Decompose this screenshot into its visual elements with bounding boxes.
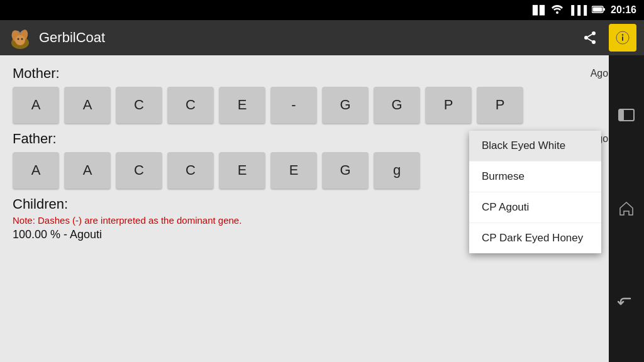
signal-bars-icon: ▐▐▐ (568, 5, 587, 15)
app-bar: GerbilCoat (0, 20, 644, 55)
svg-line-14 (588, 35, 592, 37)
svg-point-10 (592, 31, 596, 35)
nav-home-btn[interactable] (613, 195, 640, 222)
father-gene-btn-1[interactable]: A (64, 152, 111, 189)
mother-gene-btn-2[interactable]: C (116, 87, 162, 123)
svg-rect-3 (593, 7, 602, 11)
app-title: GerbilCoat (39, 30, 576, 46)
father-gene-btn-2[interactable]: C (116, 152, 162, 189)
info-button[interactable] (609, 24, 636, 52)
mother-row: Mother: Agouti (13, 65, 631, 82)
svg-point-7 (15, 35, 25, 45)
main-content: Mother: Agouti AACCE-GGPP Father: Agouti… (0, 55, 644, 362)
svg-point-9 (21, 38, 23, 40)
svg-line-13 (588, 39, 592, 41)
mother-gene-btn-5[interactable]: - (270, 87, 317, 123)
mother-gene-btn-1[interactable]: A (64, 87, 111, 123)
signal-icon: ▊▊ (533, 5, 547, 15)
dropdown-item-cp-agouti[interactable]: CP Agouti (469, 192, 601, 223)
father-gene-btn-7[interactable]: g (374, 152, 420, 189)
father-gene-btn-3[interactable]: C (167, 152, 214, 189)
svg-point-8 (18, 38, 19, 40)
father-gene-btn-0[interactable]: A (13, 152, 59, 189)
mother-gene-btn-4[interactable]: E (219, 87, 265, 123)
battery-icon (592, 5, 606, 16)
father-gene-btn-6[interactable]: G (322, 152, 369, 189)
svg-rect-16 (622, 36, 623, 41)
mother-gene-btn-7[interactable]: G (374, 87, 420, 123)
mother-gene-btn-3[interactable]: C (167, 87, 214, 123)
dropdown-item-cp-dark-eyed-honey[interactable]: CP Dark Eyed Honey (469, 223, 601, 253)
app-logo (8, 25, 33, 50)
nav-sidebar (609, 55, 644, 362)
svg-rect-19 (619, 109, 624, 121)
status-bar: ▊▊ ▐▐▐ 20:16 (0, 0, 644, 20)
svg-point-12 (592, 40, 596, 44)
nav-back-btn[interactable] (613, 101, 640, 129)
dropdown-item-black-eyed-white[interactable]: Black Eyed White (469, 131, 601, 162)
dropdown-item-burmese[interactable]: Burmese (469, 162, 601, 192)
app-actions (576, 24, 636, 52)
dropdown-menu: Black Eyed White Burmese CP Agouti CP Da… (469, 131, 601, 253)
father-gene-btn-4[interactable]: E (219, 152, 265, 189)
father-label: Father: (13, 131, 75, 147)
svg-point-17 (622, 34, 623, 35)
mother-gene-btn-8[interactable]: P (425, 87, 472, 123)
share-button[interactable] (576, 24, 604, 52)
mother-gene-row: AACCE-GGPP (13, 87, 631, 123)
mother-gene-btn-9[interactable]: P (477, 87, 523, 123)
mother-label: Mother: (13, 65, 75, 82)
wifi-icon (552, 5, 563, 16)
svg-point-0 (556, 11, 558, 14)
status-time: 20:16 (611, 4, 636, 16)
svg-point-11 (584, 36, 588, 40)
mother-gene-btn-0[interactable]: A (13, 87, 59, 123)
father-gene-btn-5[interactable]: E (270, 152, 317, 189)
nav-return-btn[interactable] (613, 288, 640, 316)
svg-rect-2 (603, 8, 605, 11)
mother-gene-btn-6[interactable]: G (322, 87, 369, 123)
